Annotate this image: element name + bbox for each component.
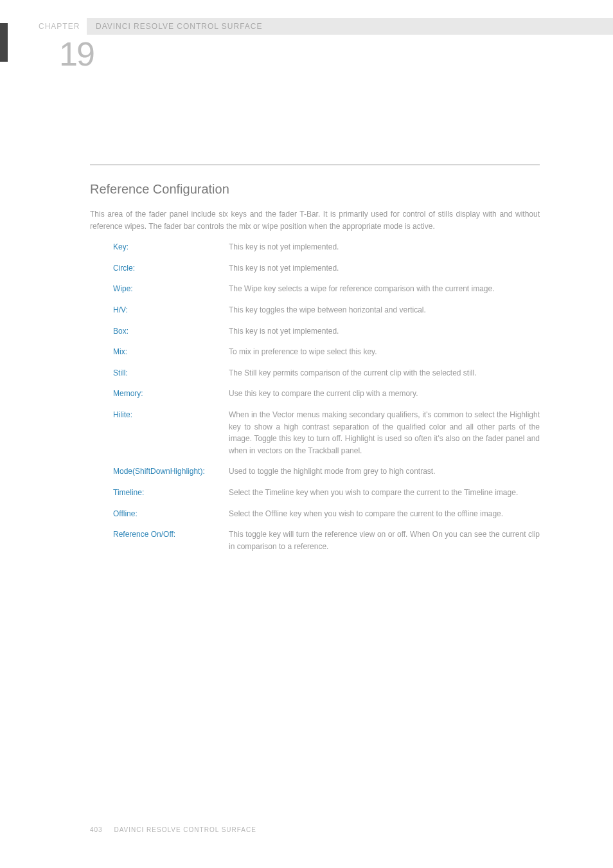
- page-number: 403: [90, 826, 103, 833]
- description: This toggle key will turn the reference …: [229, 529, 540, 552]
- definition-row: Timeline: Select the Timeline key when y…: [113, 487, 540, 499]
- chapter-label: CHAPTER: [39, 22, 80, 31]
- definition-row: Key: This key is not yet implemented.: [113, 241, 540, 253]
- description: To mix in preference to wipe select this…: [229, 346, 540, 358]
- definition-row: Circle: This key is not yet implemented.: [113, 262, 540, 275]
- definition-row: Mix: To mix in preference to wipe select…: [113, 346, 540, 358]
- definition-row: Wipe: The Wipe key selects a wipe for re…: [113, 283, 540, 295]
- description: This key is not yet implemented.: [229, 262, 540, 275]
- intro-paragraph: This area of the fader panel include six…: [90, 208, 540, 232]
- description: Use this key to compare the current clip…: [229, 388, 540, 400]
- term: Timeline:: [113, 487, 229, 499]
- description: This key toggles the wipe between horizo…: [229, 304, 540, 316]
- definition-row: Mode(ShiftDownHighlight): Used to toggle…: [113, 466, 540, 478]
- section-title-bar: DAVINCI RESOLVE CONTROL SURFACE: [87, 18, 613, 35]
- term: Mode(ShiftDownHighlight):: [113, 466, 229, 478]
- footer: 403 DAVINCI RESOLVE CONTROL SURFACE: [90, 826, 256, 833]
- chapter-number: 19: [59, 35, 94, 73]
- term: Still:: [113, 367, 229, 379]
- description: This key is not yet implemented.: [229, 241, 540, 253]
- description: Used to toggle the highlight mode from g…: [229, 466, 540, 478]
- definition-row: Memory: Use this key to compare the curr…: [113, 388, 540, 400]
- term: Mix:: [113, 346, 229, 358]
- description: The Still key permits comparison of the …: [229, 367, 540, 379]
- definition-row: Hilite: When in the Vector menus making …: [113, 409, 540, 457]
- term: Key:: [113, 241, 229, 253]
- definition-row: Still: The Still key permits comparison …: [113, 367, 540, 379]
- term: Hilite:: [113, 409, 229, 421]
- term: Memory:: [113, 388, 229, 400]
- term: Box:: [113, 325, 229, 338]
- section-title: DAVINCI RESOLVE CONTROL SURFACE: [96, 22, 263, 31]
- term: H/V:: [113, 304, 229, 316]
- definition-row: Offline: Select the Offline key when you…: [113, 508, 540, 520]
- divider: [90, 165, 540, 165]
- description: When in the Vector menus making secondar…: [229, 409, 540, 457]
- definition-row: Box: This key is not yet implemented.: [113, 325, 540, 338]
- description: Select the Offline key when you wish to …: [229, 508, 540, 520]
- definition-row: H/V: This key toggles the wipe between h…: [113, 304, 540, 316]
- content-area: Reference Configuration This area of the…: [90, 165, 540, 561]
- term: Offline:: [113, 508, 229, 520]
- description: Select the Timeline key when you wish to…: [229, 487, 540, 499]
- description: The Wipe key selects a wipe for referenc…: [229, 283, 540, 295]
- term: Wipe:: [113, 283, 229, 295]
- side-tab: [0, 23, 8, 62]
- definition-list: Key: This key is not yet implemented. Ci…: [113, 241, 540, 552]
- footer-title: DAVINCI RESOLVE CONTROL SURFACE: [114, 826, 256, 833]
- term: Reference On/Off:: [113, 529, 229, 541]
- heading: Reference Configuration: [90, 182, 540, 197]
- term: Circle:: [113, 262, 229, 275]
- description: This key is not yet implemented.: [229, 325, 540, 338]
- definition-row: Reference On/Off: This toggle key will t…: [113, 529, 540, 552]
